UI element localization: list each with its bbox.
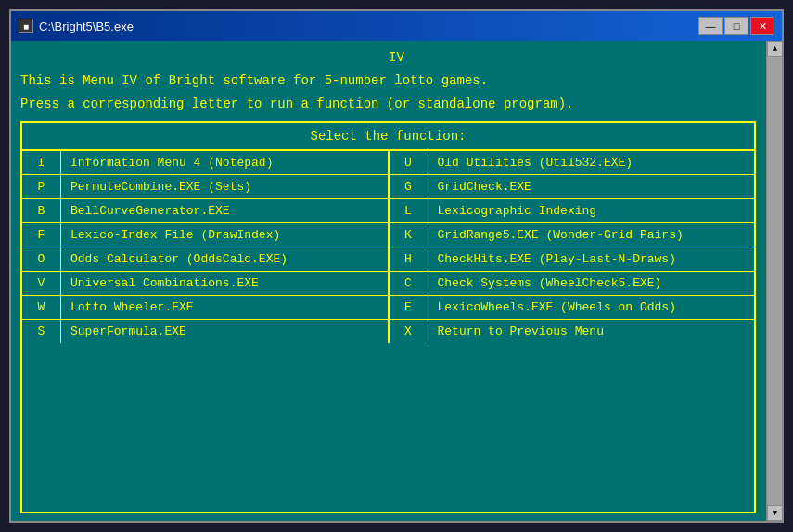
maximize-button[interactable]: □ (724, 17, 748, 35)
menu-key-right-4[interactable]: H (390, 247, 428, 271)
menu-key-left-5[interactable]: V (22, 272, 61, 295)
menu-label-right-5[interactable]: Check Systems (WheelCheck5.EXE) (428, 272, 755, 295)
menu-label-left-3[interactable]: Lexico-Index File (DrawIndex) (61, 223, 388, 247)
menu-key-right-0[interactable]: U (390, 151, 428, 174)
scroll-down-button[interactable]: ▼ (767, 505, 782, 521)
header-line1: This is Menu IV of Bright software for 5… (20, 71, 756, 91)
window-icon: ■ (19, 19, 33, 33)
menu-grid: I Information Menu 4 (Notepad) U Old Uti… (22, 151, 754, 343)
menu-table: Select the function: I Information Menu … (20, 121, 756, 513)
scrollbar: ▲ ▼ (766, 41, 782, 521)
scroll-track (767, 57, 782, 505)
menu-key-left-1[interactable]: P (22, 175, 61, 198)
menu-row: B BellCurveGenerator.EXE L Lexicographic… (22, 199, 754, 223)
content-area: IV This is Menu IV of Bright software fo… (11, 41, 782, 521)
title-bar: ■ C:\Bright5\B5.exe — □ ✕ (11, 11, 782, 41)
menu-label-right-4[interactable]: CheckHits.EXE (Play-Last-N-Draws) (428, 247, 755, 271)
title-bar-left: ■ C:\Bright5\B5.exe (19, 19, 134, 33)
menu-key-left-6[interactable]: W (22, 296, 61, 319)
menu-row: V Universal Combinations.EXE C Check Sys… (22, 272, 754, 296)
menu-label-left-1[interactable]: PermuteCombine.EXE (Sets) (61, 175, 388, 198)
menu-key-right-6[interactable]: E (390, 296, 428, 319)
menu-label-left-2[interactable]: BellCurveGenerator.EXE (61, 199, 388, 222)
menu-key-right-1[interactable]: G (390, 175, 428, 198)
menu-number: IV (20, 48, 773, 68)
menu-label-left-7[interactable]: SuperFormula.EXE (61, 320, 388, 343)
menu-key-right-5[interactable]: C (390, 272, 428, 295)
window-title: C:\Bright5\B5.exe (39, 19, 134, 33)
menu-row: F Lexico-Index File (DrawIndex) K GridRa… (22, 223, 754, 247)
menu-label-right-0[interactable]: Old Utilities (Util532.EXE) (428, 151, 755, 174)
menu-key-right-3[interactable]: K (390, 223, 428, 247)
scroll-up-button[interactable]: ▲ (767, 41, 782, 57)
menu-row: P PermuteCombine.EXE (Sets) G GridCheck.… (22, 175, 754, 199)
menu-key-right-7[interactable]: X (390, 320, 428, 343)
menu-key-left-4[interactable]: O (22, 247, 61, 271)
menu-label-left-6[interactable]: Lotto Wheeler.EXE (61, 296, 388, 319)
menu-key-left-3[interactable]: F (22, 223, 61, 247)
menu-label-left-4[interactable]: Odds Calculator (OddsCalc.EXE) (61, 247, 388, 271)
header-line2: Press a corresponding letter to run a fu… (20, 95, 756, 114)
menu-key-left-7[interactable]: S (22, 320, 61, 343)
menu-label-left-0[interactable]: Information Menu 4 (Notepad) (61, 151, 388, 174)
menu-label-left-5[interactable]: Universal Combinations.EXE (61, 272, 388, 295)
menu-key-right-2[interactable]: L (390, 199, 428, 222)
menu-label-right-1[interactable]: GridCheck.EXE (428, 175, 755, 198)
menu-label-right-3[interactable]: GridRange5.EXE (Wonder-Grid Pairs) (428, 223, 755, 247)
menu-label-right-6[interactable]: LexicoWheels.EXE (Wheels on Odds) (428, 296, 755, 319)
menu-label-right-2[interactable]: Lexicographic Indexing (428, 199, 755, 222)
menu-key-left-0[interactable]: I (22, 151, 61, 174)
menu-row: O Odds Calculator (OddsCalc.EXE) H Check… (22, 247, 754, 272)
menu-label-right-7[interactable]: Return to Previous Menu (428, 320, 755, 343)
minimize-button[interactable]: — (698, 17, 723, 35)
menu-row: W Lotto Wheeler.EXE E LexicoWheels.EXE (… (22, 296, 754, 320)
close-button[interactable]: ✕ (750, 17, 774, 35)
main-window: ■ C:\Bright5\B5.exe — □ ✕ IV This is Men… (9, 9, 784, 523)
menu-select-header: Select the function: (22, 123, 754, 151)
menu-row: S SuperFormula.EXE X Return to Previous … (22, 320, 754, 343)
menu-key-left-2[interactable]: B (22, 199, 61, 222)
menu-row: I Information Menu 4 (Notepad) U Old Uti… (22, 151, 754, 175)
title-bar-controls: — □ ✕ (698, 17, 774, 35)
